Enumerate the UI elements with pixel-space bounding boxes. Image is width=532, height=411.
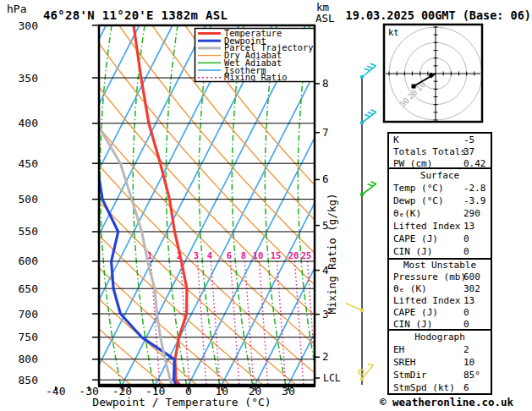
table-title: Most Unstable	[389, 260, 491, 271]
row-value: 13	[463, 220, 474, 233]
row-value: 10	[463, 356, 474, 369]
table-row: StmDir85°	[389, 369, 491, 381]
km-tick-label: 8	[322, 77, 329, 90]
wind-barb-dot	[360, 75, 365, 79]
station-title: 46°28'N 11°20'E 1382m ASL	[34, 8, 237, 22]
isotherm-line	[0, 25, 106, 385]
pressure-tick-label: 600	[19, 255, 38, 267]
table-row: CAPE (J)0	[389, 233, 491, 245]
hodograph-unit-label: kt	[388, 27, 399, 37]
km-tick-label: 7	[322, 126, 329, 139]
table-row: Lifted Index13	[389, 295, 491, 307]
row-label: SREH	[393, 357, 416, 368]
table-row: θₑ(K)290	[389, 207, 491, 220]
row-label: CAPE (J)	[393, 233, 438, 244]
most-unstable-table: Most Unstable Pressure (mb)600 θₑ (K)302…	[387, 258, 492, 331]
row-value: 2	[463, 343, 469, 356]
wind-barb-dot	[360, 309, 365, 313]
row-value: 0	[463, 245, 469, 258]
table-row: EH2	[389, 343, 491, 356]
row-value: 37	[463, 146, 474, 158]
row-label: EH	[393, 344, 404, 355]
surface-table: Surface Temp (°C)-2.8 Dewp (°C)-3.9 θₑ(K…	[387, 167, 492, 260]
table-row: SREH10	[389, 356, 491, 369]
pressure-tick-label: 550	[19, 225, 38, 238]
row-value: 600	[463, 271, 480, 283]
wet-adiabat-line	[364, 25, 384, 385]
wind-barb	[346, 304, 365, 313]
row-value: -2.8	[463, 182, 486, 195]
pressure-tick-label: 400	[19, 117, 38, 129]
row-value: 302	[463, 283, 480, 295]
row-label: Lifted Index	[393, 295, 460, 306]
row-label: Temp (°C)	[393, 183, 444, 194]
temperature-tick-label: -40	[46, 385, 65, 397]
row-value: -3.9	[463, 195, 486, 207]
wind-barb-dot	[360, 193, 365, 197]
row-label: θₑ(K)	[393, 208, 421, 219]
mixing-ratio-label: 4	[207, 250, 212, 260]
mixing-ratio-axis-title: Mixing Ratio (g/kg)	[326, 194, 338, 315]
mixing-ratio-line	[277, 261, 286, 385]
table-row: Totals Totals37	[389, 146, 491, 158]
copyright-credit: © weatheronline.co.uk	[380, 396, 532, 408]
isotherm-line	[0, 25, 6, 385]
altitude-axis: 8765432LCLMixing Ratio (g/kg)	[315, 77, 341, 384]
legend: TemperatureDewpointParcel TrajectoryDry …	[195, 28, 315, 82]
mixing-ratio-label: 6	[227, 250, 232, 260]
row-value: 13	[463, 295, 474, 307]
pressure-tick-label: 500	[19, 193, 38, 206]
wind-barb	[360, 63, 376, 79]
pressure-tick-label: 350	[19, 72, 38, 85]
pressure-tick-label: 850	[19, 374, 38, 386]
wind-barb-column	[346, 63, 376, 385]
table-title: Surface	[389, 169, 491, 182]
mixing-ratio-label: 10	[253, 250, 264, 260]
row-value: 290	[463, 207, 480, 220]
mixing-ratio-label: 3	[194, 250, 199, 260]
temperature-axis-title: Dewpoint / Temperature (°C)	[76, 396, 288, 408]
table-row: θₑ (K)302	[389, 283, 491, 295]
wet-adiabat-line	[496, 25, 516, 385]
row-label: StmDir	[393, 370, 427, 381]
table-row: StmSpd (kt)6	[389, 381, 491, 394]
row-value: 0	[463, 233, 469, 245]
run-date-header: 19.03.2025 00GMT (Base: 06)	[328, 8, 531, 22]
hodograph-table: Hodograph EH2 SREH10 StmDir85° StmSpd (k…	[387, 329, 492, 395]
wet-adiabat-line	[67, 25, 87, 385]
dry-adiabat-line	[0, 25, 98, 385]
row-value: 0	[463, 307, 469, 319]
hodograph-plot: 102030kt	[384, 25, 482, 122]
pressure-axis: 300350400450500550600650700750800850	[19, 19, 98, 386]
pressure-tick-label: 700	[19, 308, 38, 321]
pressure-axis-unit: hPa	[7, 3, 26, 15]
row-label: Dewp (°C)	[393, 195, 444, 206]
wind-barb-dot	[360, 377, 365, 381]
row-label: CAPE (J)	[393, 307, 438, 318]
wind-barb-dot	[360, 121, 365, 125]
table-row: CIN (J)0	[389, 245, 491, 258]
mixing-ratio-line	[211, 261, 220, 385]
lcl-label: LCL	[323, 372, 341, 384]
row-value: 6	[463, 381, 469, 394]
km-tick-label: 2	[322, 350, 329, 363]
mixing-ratio-label: 8	[241, 250, 246, 260]
table-title: Hodograph	[389, 331, 491, 343]
row-label: Totals Totals	[393, 146, 466, 157]
mixing-ratio-label: 15	[271, 250, 282, 260]
row-value: 85°	[463, 369, 480, 381]
row-label: Pressure (mb)	[393, 271, 466, 282]
indices-table: K-5 Totals Totals37 PW (cm)0.42	[387, 132, 492, 169]
table-row: Lifted Index13	[389, 220, 491, 233]
row-label: StmSpd (kt)	[393, 382, 455, 393]
pressure-tick-label: 750	[19, 331, 38, 343]
mixing-ratio-label: 25	[301, 250, 312, 260]
hodograph-trace-endpoint	[412, 85, 416, 89]
isotherm-line	[23, 25, 206, 385]
mixing-ratio-line	[260, 261, 268, 385]
row-value: -5	[463, 134, 474, 146]
row-label: K	[393, 134, 399, 145]
mixing-ratio-line	[245, 261, 254, 385]
table-row: Dewp (°C)-3.9	[389, 195, 491, 207]
table-row: K-5	[389, 134, 491, 146]
